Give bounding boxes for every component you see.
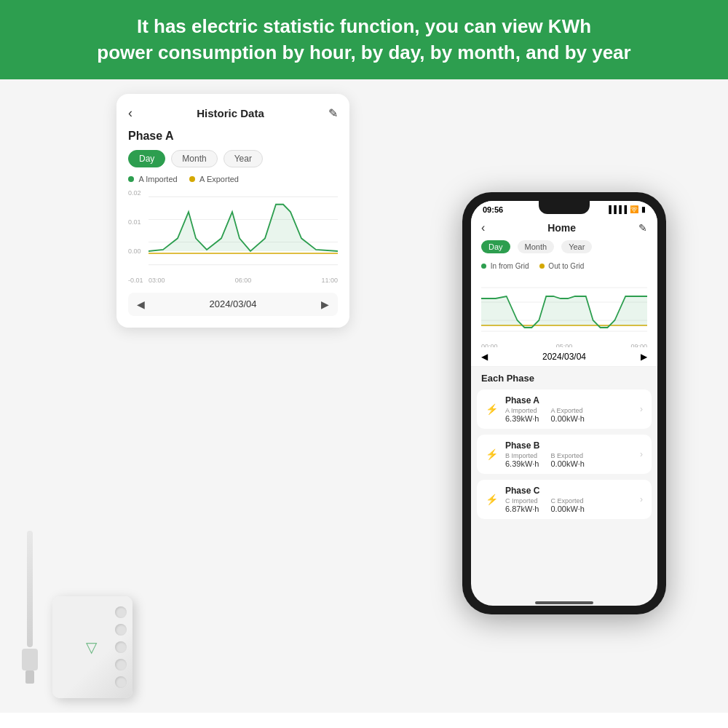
antenna-stick (27, 531, 33, 647)
right-side: 09:56 ▐▐▐▐ 🛜 ▮ ‹ Home ✎ Day Month (400, 79, 728, 713)
phase-c-icon: ⚡ (486, 494, 498, 505)
back-button[interactable]: ‹ (128, 106, 132, 121)
chart-area: 0.02 0.01 0.00 -0.01 (128, 189, 338, 284)
phase-c-exported-group: C Exported 0.00kW·h (550, 497, 584, 513)
phase-row-b[interactable]: ⚡ Phase B B Imported 6.39kW·h B Exported… (477, 435, 652, 474)
phase-b-values: B Imported 6.39kW·h B Exported 0.00kW·h (505, 452, 633, 468)
phase-b-icon: ⚡ (486, 448, 498, 460)
phase-b-imported-label: B Imported (505, 452, 539, 459)
phase-c-imported-group: C Imported 6.87kW·h (505, 497, 539, 513)
phone-tab-month[interactable]: Month (518, 240, 555, 253)
x-axis-labels: 03:00 06:00 11:00 (149, 277, 338, 284)
edit-button[interactable]: ✎ (328, 106, 338, 120)
y-label-3: 0.01 (128, 218, 149, 226)
phase-b-info: Phase B B Imported 6.39kW·h B Exported 0… (505, 440, 633, 468)
phase-label: Phase A (128, 130, 338, 143)
legend-out-label: Out to Grid (548, 262, 584, 270)
phase-a-values: A Imported 6.39kW·h A Exported 0.00kW·h (505, 407, 633, 423)
legend-imported: A Imported (128, 175, 178, 183)
phone-back-button[interactable]: ‹ (481, 221, 485, 234)
phase-b-exported-label: B Exported (550, 452, 584, 459)
home-indicator (535, 601, 593, 604)
phase-a-icon: ⚡ (486, 403, 498, 415)
phone-app-header: ‹ Home ✎ (471, 217, 657, 240)
phase-c-exported-value: 0.00kW·h (550, 505, 584, 513)
phone-tab-row: Day Month Year (471, 240, 657, 259)
date-next-button[interactable]: ▶ (321, 298, 329, 310)
legend-row: A Imported A Exported (128, 175, 338, 183)
legend-exported-label: A Exported (199, 175, 239, 183)
phase-a-imported-group: A Imported 6.39kW·h (505, 407, 539, 423)
phone-edit-button[interactable]: ✎ (638, 222, 647, 234)
phone-date-display: 2024/03/04 (542, 352, 586, 362)
phone-chart: 00:00 05:00 09:00 (471, 274, 657, 347)
chart-svg (149, 189, 338, 272)
phase-row-a[interactable]: ⚡ Phase A A Imported 6.39kW·h A Exported… (477, 389, 652, 429)
historic-card: ‹ Historic Data ✎ Phase A Day Month Year… (116, 94, 349, 328)
date-prev-button[interactable]: ◀ (137, 298, 145, 310)
status-time: 09:56 (483, 205, 503, 214)
legend-dot-exported (189, 176, 195, 182)
legend-out-dot (539, 264, 545, 269)
banner-line2: power consumption by hour, by day, by mo… (97, 41, 630, 63)
router-button-1 (115, 606, 127, 618)
tab-row: Day Month Year (128, 150, 338, 167)
phase-c-imported-value: 6.87kW·h (505, 505, 539, 513)
phone-chart-svg (481, 280, 647, 339)
main-content: ‹ Historic Data ✎ Phase A Day Month Year… (0, 79, 728, 713)
antenna (22, 531, 38, 684)
phase-a-imported-value: 6.39kW·h (505, 414, 539, 423)
antenna-connector (25, 670, 34, 684)
router-button-5 (115, 676, 127, 688)
legend-dot-imported (128, 176, 134, 182)
phase-b-name: Phase B (505, 440, 633, 451)
date-nav: ◀ 2024/03/04 ▶ (128, 293, 338, 316)
phone-tab-year[interactable]: Year (561, 240, 592, 253)
x-label-2: 06:00 (235, 277, 252, 284)
phase-b-chevron: › (640, 449, 643, 459)
phase-b-exported-group: B Exported 0.00kW·h (550, 452, 584, 468)
phone-header-title: Home (547, 222, 576, 234)
phase-a-info: Phase A A Imported 6.39kW·h A Exported 0… (505, 395, 633, 423)
svg-marker-9 (481, 296, 647, 328)
tab-day[interactable]: Day (128, 150, 165, 167)
phone-date-nav: ◀ 2024/03/04 ▶ (471, 347, 657, 367)
signal-icon: ▐▐▐▐ (606, 205, 627, 213)
router-button-3 (115, 641, 127, 653)
phone-tab-day[interactable]: Day (481, 240, 510, 253)
router-button-4 (115, 659, 127, 670)
banner-text: It has electric statistic function, you … (29, 13, 699, 66)
phase-a-name: Phase A (505, 395, 633, 405)
y-axis-labels: 0.02 0.01 0.00 -0.01 (128, 189, 149, 284)
tab-year[interactable]: Year (223, 150, 263, 167)
y-label-1: -0.01 (128, 277, 149, 284)
x-label-1: 03:00 (149, 277, 165, 284)
wifi-icon: 🛜 (630, 205, 638, 213)
phone-legend-in: In from Grid (481, 262, 529, 270)
phone-mockup: 09:56 ▐▐▐▐ 🛜 ▮ ‹ Home ✎ Day Month (462, 192, 666, 614)
phone-date-prev[interactable]: ◀ (481, 352, 488, 362)
phase-c-exported-label: C Exported (550, 497, 584, 505)
banner-line1: It has electric statistic function, you … (137, 15, 591, 37)
phone-legend-out: Out to Grid (539, 262, 585, 270)
antenna-base (22, 649, 38, 670)
legend-in-label: In from Grid (491, 262, 529, 270)
status-icons: ▐▐▐▐ 🛜 ▮ (606, 205, 646, 213)
legend-imported-label: A Imported (138, 175, 177, 183)
x-label-3: 11:00 (321, 277, 338, 284)
card-title: Historic Data (197, 107, 264, 119)
phase-row-c[interactable]: ⚡ Phase C C Imported 6.87kW·h C Exported… (477, 480, 652, 519)
phase-a-exported-group: A Exported 0.00kW·h (550, 407, 584, 423)
phone-notch (539, 201, 590, 214)
legend-exported: A Exported (189, 175, 239, 183)
chart-svg-wrap (149, 189, 338, 272)
phone-date-next[interactable]: ▶ (641, 352, 647, 362)
phase-a-imported-label: A Imported (505, 407, 539, 414)
date-display: 2024/03/04 (209, 298, 256, 309)
router-box: ▽ (52, 596, 132, 698)
tab-month[interactable]: Month (171, 150, 217, 167)
phase-a-exported-label: A Exported (550, 407, 584, 414)
phase-a-chevron: › (640, 404, 643, 414)
phase-c-chevron: › (640, 494, 643, 505)
card-header: ‹ Historic Data ✎ (128, 106, 338, 121)
